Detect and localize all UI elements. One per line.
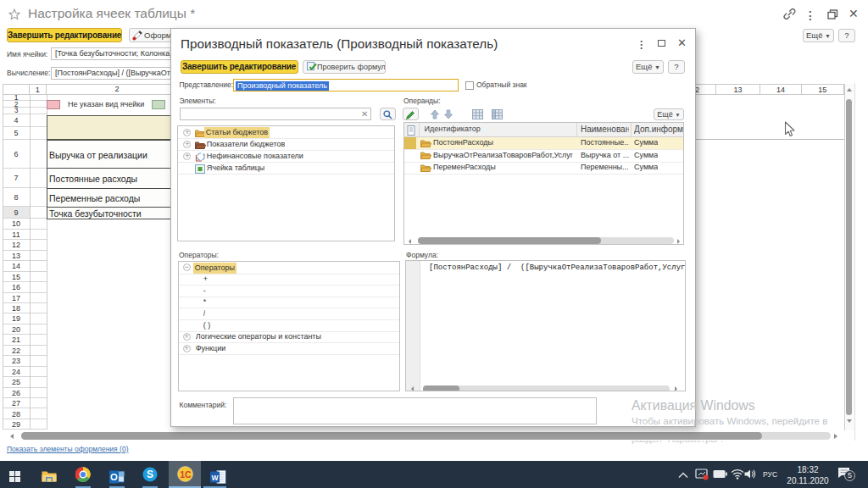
svg-text:1C: 1C: [180, 469, 192, 480]
svg-text:W: W: [211, 473, 219, 481]
svg-text:S: S: [147, 469, 153, 480]
